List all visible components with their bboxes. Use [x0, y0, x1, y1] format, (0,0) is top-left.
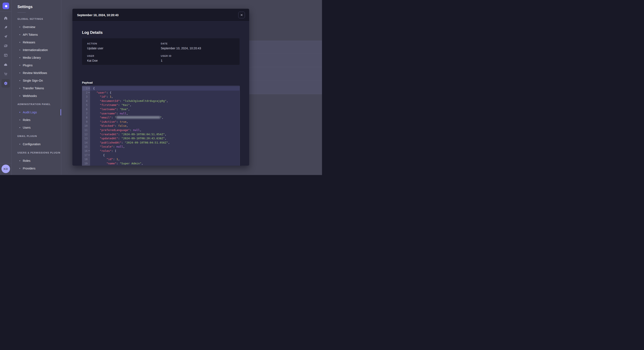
line-number: 6: [82, 107, 90, 111]
code-text: "blocked": false,: [90, 124, 240, 128]
payload-label: Payload: [82, 81, 93, 84]
code-text: "id": 1,: [90, 157, 240, 161]
line-number: 18: [82, 157, 90, 161]
detail-field-user: USERKai Doe: [87, 55, 161, 62]
close-icon: [240, 14, 243, 16]
code-line: 10 "blocked": false,: [82, 124, 240, 128]
code-line: 14 "publishedAt": "2024-09-10T08:04:51.0…: [82, 141, 240, 145]
field-value: September 10, 2024, 10:20:43: [161, 47, 234, 50]
payload-json-viewer[interactable]: 1{2 "user": {3 "id": 1,4 "documentId": "…: [82, 86, 240, 166]
code-text: "roles": [: [90, 149, 240, 153]
detail-field-date: DATESeptember 10, 2024, 10:20:43: [161, 42, 234, 50]
field-value: 1: [161, 59, 234, 62]
detail-field-action: ACTIONUpdate user: [87, 42, 161, 50]
line-number: 15: [82, 145, 90, 149]
close-button[interactable]: [238, 12, 245, 18]
code-text: "lastname": "Doe",: [90, 107, 240, 111]
modal-body: Log Details ACTIONUpdate userDATESeptemb…: [72, 21, 249, 166]
modal-title: September 10, 2024, 10:20:43: [77, 13, 118, 17]
log-details-box: ACTIONUpdate userDATESeptember 10, 2024,…: [82, 38, 240, 65]
line-number: 16: [82, 149, 90, 153]
code-text: "locale": null,: [90, 145, 240, 149]
line-number: 3: [82, 95, 90, 99]
code-line: 3 "id": 1,: [82, 95, 240, 99]
line-number: 10: [82, 124, 90, 128]
line-number: 4: [82, 99, 90, 103]
redacted-email-value: [116, 116, 160, 119]
line-number: 9: [82, 120, 90, 124]
fold-chevron-icon[interactable]: [88, 92, 90, 93]
line-number: 20: [82, 166, 90, 166]
code-line: 16 "roles": [: [82, 149, 240, 153]
code-text: "createdAt": "2024-09-10T08:04:51.054Z",: [90, 132, 240, 137]
field-label: DATE: [161, 42, 234, 45]
fold-chevron-icon[interactable]: [88, 154, 90, 156]
code-text: "id": 1,: [90, 95, 240, 99]
line-number: 5: [82, 103, 90, 107]
code-line: 4 "documentId": "ls3uk3g1xm4ltdrdugzajg0…: [82, 99, 240, 103]
code-text: "documentId": "ls3uk3g1xm4ltdrdugzajg0g"…: [90, 99, 240, 103]
field-value: Kai Doe: [87, 59, 161, 62]
code-line: 17 {: [82, 153, 240, 157]
code-text: "name": "Super Admin",: [90, 161, 240, 166]
code-line: 2 "user": {: [82, 91, 240, 95]
line-number: 13: [82, 136, 90, 141]
code-line: 7 "username": null,: [82, 111, 240, 116]
fold-chevron-icon[interactable]: [88, 150, 90, 152]
fold-chevron-icon[interactable]: [88, 87, 90, 89]
code-line: 18 "id": 1,: [82, 157, 240, 161]
modal-header: September 10, 2024, 10:20:43: [72, 9, 249, 21]
code-line: 20 "description": "Super Admins can acce…: [82, 166, 240, 166]
code-line: 5 "firstname": "Kai",: [82, 103, 240, 107]
code-text: "updatedAt": "2024-09-10T08:20:43.638Z",: [90, 136, 240, 141]
code-line: 6 "lastname": "Doe",: [82, 107, 240, 111]
field-label: USER ID: [161, 55, 234, 57]
line-number: 14: [82, 141, 90, 145]
field-label: USER: [87, 55, 161, 57]
detail-field-user-id: USER ID1: [161, 55, 234, 62]
code-text: "email": "",: [90, 116, 240, 120]
code-line: 15 "locale": null,: [82, 145, 240, 149]
code-text: "preferedLanguage": null,: [90, 128, 240, 132]
line-number: 7: [82, 111, 90, 116]
code-text: "publishedAt": "2024-09-10T08:04:51.056Z…: [90, 141, 240, 145]
line-number: 17: [82, 153, 90, 157]
log-details-modal: September 10, 2024, 10:20:43 Log Details…: [72, 9, 249, 166]
code-text: "user": {: [90, 91, 240, 95]
code-line: 8 "email": "",: [82, 116, 240, 120]
line-number: 11: [82, 128, 90, 132]
field-value: Update user: [87, 47, 161, 50]
line-number: 1: [82, 86, 90, 91]
code-line: 1{: [82, 86, 240, 91]
log-details-heading: Log Details: [82, 30, 103, 35]
code-line: 9 "isActive": true,: [82, 120, 240, 124]
code-text: "description": "Super Admins can access …: [90, 166, 240, 166]
field-label: ACTION: [87, 42, 161, 45]
code-text: {: [90, 153, 240, 157]
code-text: "username": null,: [90, 111, 240, 116]
code-text: {: [90, 86, 240, 91]
line-number: 19: [82, 161, 90, 166]
line-number: 12: [82, 132, 90, 137]
code-line: 11 "preferedLanguage": null,: [82, 128, 240, 132]
line-number: 8: [82, 116, 90, 120]
code-text: "isActive": true,: [90, 120, 240, 124]
line-number: 2: [82, 91, 90, 95]
code-text: "firstname": "Kai",: [90, 103, 240, 107]
code-line: 13 "updatedAt": "2024-09-10T08:20:43.638…: [82, 136, 240, 141]
code-line: 12 "createdAt": "2024-09-10T08:04:51.054…: [82, 132, 240, 137]
code-line: 19 "name": "Super Admin",: [82, 161, 240, 166]
